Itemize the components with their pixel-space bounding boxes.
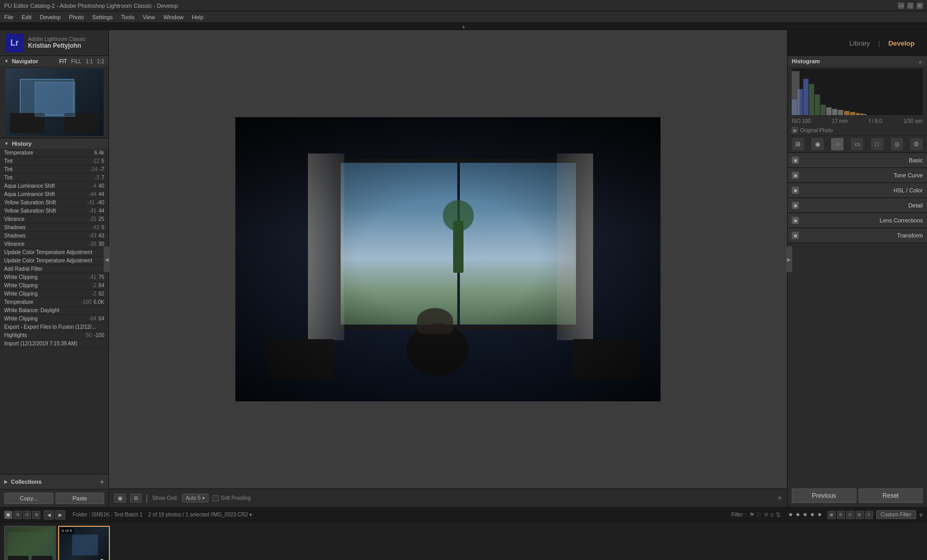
- history-item-4[interactable]: Aqua Luminance Shift-440: [0, 182, 108, 190]
- star-1[interactable]: ★: [788, 511, 793, 518]
- menu-view[interactable]: View: [143, 14, 155, 20]
- zoom-1to1[interactable]: 1:1: [86, 59, 93, 64]
- view-compare-btn[interactable]: ⊞: [130, 494, 142, 502]
- top-panel-toggle[interactable]: ▲: [0, 23, 927, 30]
- adjust-tool[interactable]: ◎: [891, 138, 903, 150]
- history-item-8[interactable]: Vibrance-2525: [0, 215, 108, 223]
- history-item-3[interactable]: Tint-37: [0, 174, 108, 182]
- reset-button[interactable]: Reset: [859, 488, 923, 503]
- thumb-view-5[interactable]: ⊡: [865, 511, 873, 519]
- custom-filter-expand[interactable]: ▾: [919, 511, 923, 519]
- history-item-18[interactable]: Temperature-1006.0K: [0, 298, 108, 306]
- develop-tab[interactable]: Develop: [884, 37, 919, 49]
- custom-filter-btn[interactable]: Custom Filter: [876, 510, 916, 519]
- right-panel-toggle[interactable]: ▶: [786, 246, 792, 272]
- grid-value-btn[interactable]: Auto 5 ▾: [182, 494, 208, 502]
- basic-collapse-btn[interactable]: ◼: [792, 157, 799, 164]
- minimize-btn[interactable]: —: [898, 3, 904, 9]
- history-item-19[interactable]: White Balance: Daylight: [0, 306, 108, 315]
- tone-curve-section-header[interactable]: ◼ Tone Curve: [788, 168, 927, 183]
- history-item-11[interactable]: Vibrance-3030: [0, 240, 108, 248]
- menu-help[interactable]: Help: [192, 14, 204, 20]
- lens-corrections-collapse-btn[interactable]: ◼: [792, 217, 799, 224]
- rect-outline-tool[interactable]: □: [871, 138, 883, 150]
- history-item-12[interactable]: Update Color Temperature Adjustment: [0, 248, 108, 257]
- menu-develop[interactable]: Develop: [40, 14, 61, 20]
- history-item-20[interactable]: White Clipping-6464: [0, 315, 108, 323]
- collections-add-btn[interactable]: +: [100, 478, 104, 486]
- history-item-10[interactable]: Shadows-4343: [0, 232, 108, 240]
- settings-icon[interactable]: ⚙: [910, 138, 923, 150]
- thumb-view-1[interactable]: ▣: [827, 511, 836, 519]
- menu-window[interactable]: Window: [163, 14, 184, 20]
- filter-sort-icon[interactable]: ≡: [770, 511, 774, 519]
- transform-collapse-btn[interactable]: ◼: [792, 232, 799, 239]
- detail-collapse-btn[interactable]: ◼: [792, 202, 799, 209]
- thumb-view-4[interactable]: ⊠: [855, 511, 864, 519]
- prev-arrow-btn[interactable]: ◀: [44, 510, 54, 520]
- maximize-btn[interactable]: □: [907, 3, 914, 9]
- left-panel-toggle[interactable]: ◀: [104, 246, 110, 272]
- history-item-14[interactable]: Add Radial Filter: [0, 265, 108, 273]
- detail-section-header[interactable]: ◼ Detail: [788, 198, 927, 213]
- next-arrow-btn[interactable]: ▶: [55, 510, 65, 520]
- filter-sort2-icon[interactable]: ⇅: [776, 511, 781, 519]
- history-item-7[interactable]: Yellow Saturation Shift-4144: [0, 207, 108, 215]
- history-item-9[interactable]: Shadows-430: [0, 223, 108, 232]
- star-3[interactable]: ★: [803, 511, 808, 518]
- view-compare-btn2[interactable]: ⊟: [23, 511, 31, 519]
- filmstrip-thumb-2[interactable]: 6 of 6 ↖: [58, 526, 110, 560]
- history-item-16[interactable]: White Clipping-264: [0, 282, 108, 290]
- rect-tool[interactable]: ▭: [851, 138, 863, 150]
- library-tab[interactable]: Library: [845, 37, 874, 49]
- history-item-2[interactable]: Tint-14-7: [0, 165, 108, 174]
- filter-flag-icon[interactable]: ⚑: [749, 511, 755, 519]
- previous-button[interactable]: Previous: [792, 488, 856, 503]
- menu-photo[interactable]: Photo: [69, 14, 84, 20]
- view-normal-btn[interactable]: ▣: [114, 494, 126, 502]
- history-item-22[interactable]: Highlights50-100: [0, 331, 108, 340]
- navigator-header[interactable]: ▼ Navigator FIT FILL 1:1 1:2: [0, 56, 108, 66]
- history-item-21[interactable]: Export - Export Files to Fusion (12/12/.…: [0, 323, 108, 331]
- transform-section-header[interactable]: ◼ Transform: [788, 228, 927, 243]
- soft-proofing-checkbox[interactable]: [213, 495, 219, 501]
- hsl-color-collapse-btn[interactable]: ◼: [792, 187, 799, 194]
- basic-section-header[interactable]: ◼ Basic: [788, 153, 927, 167]
- menu-edit[interactable]: Edit: [22, 14, 32, 20]
- history-item-6[interactable]: Yellow Saturation Shift-41-40: [0, 199, 108, 207]
- grid-tool[interactable]: ⊞: [792, 138, 804, 150]
- star-5[interactable]: ★: [817, 511, 822, 518]
- history-item-15[interactable]: White Clipping-4175: [0, 273, 108, 282]
- lens-corrections-section-header[interactable]: ◼ Lens Corrections: [788, 213, 927, 228]
- navigator-thumbnail[interactable]: [5, 68, 104, 136]
- tone-curve-collapse-btn[interactable]: ◼: [792, 172, 799, 179]
- history-item-13[interactable]: Update Color Temperature Adjustment: [0, 257, 108, 265]
- view-single-btn[interactable]: ▣: [4, 511, 12, 519]
- menu-settings[interactable]: Settings: [92, 14, 113, 20]
- soft-proofing-toggle[interactable]: Soft Proofing: [213, 495, 251, 501]
- paste-button[interactable]: Paste: [55, 493, 105, 504]
- copy-button[interactable]: Copy...: [4, 493, 53, 504]
- view-grid-btn[interactable]: ⊞: [13, 511, 22, 519]
- circle-tool[interactable]: ◉: [811, 138, 824, 150]
- histogram-header[interactable]: Histogram ▲: [788, 56, 927, 66]
- filter-reject-icon[interactable]: ✕: [764, 511, 769, 519]
- menu-file[interactable]: File: [4, 14, 13, 20]
- history-header[interactable]: ▼ History: [0, 138, 108, 149]
- history-item-5[interactable]: Aqua Luminance Shift-4444: [0, 190, 108, 199]
- menu-tools[interactable]: Tools: [121, 14, 135, 20]
- collections-header[interactable]: ▶ Collections +: [0, 474, 108, 489]
- view-survey-btn[interactable]: ⊠: [32, 511, 40, 519]
- history-item-23[interactable]: Import (12/12/2019 7:15:39 AM): [0, 340, 108, 348]
- star-2[interactable]: ★: [795, 511, 800, 518]
- close-btn[interactable]: ✕: [917, 3, 923, 9]
- star-4[interactable]: ★: [810, 511, 815, 518]
- zoom-fill[interactable]: FILL: [71, 59, 81, 64]
- history-item-0[interactable]: Temperature6.4k: [0, 149, 108, 157]
- thumb-view-2[interactable]: ⊞: [837, 511, 845, 519]
- history-item-17[interactable]: White Clipping-262: [0, 290, 108, 298]
- hsl-color-section-header[interactable]: ◼ HSL / Color: [788, 183, 927, 198]
- filmstrip-thumb-1[interactable]: [4, 526, 56, 560]
- circle-outline-tool[interactable]: ○: [831, 138, 844, 150]
- filter-flag2-icon[interactable]: ⚐: [756, 511, 762, 519]
